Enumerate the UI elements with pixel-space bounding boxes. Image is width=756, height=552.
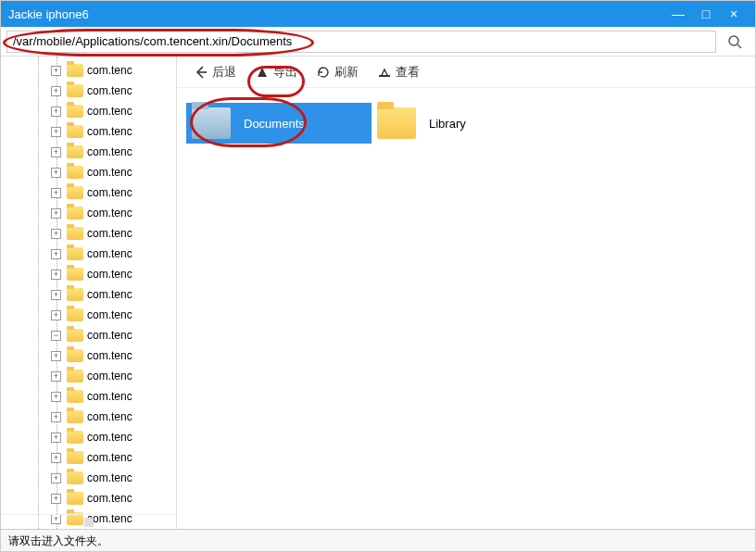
refresh-label: 刷新 xyxy=(334,64,359,81)
tree-item[interactable]: +com.tenc xyxy=(51,468,132,488)
folder-item-label: Library xyxy=(429,117,466,131)
expander-icon[interactable]: + xyxy=(51,249,61,259)
expander-icon[interactable]: + xyxy=(51,188,61,198)
arrow-left-icon xyxy=(194,65,208,80)
content-pane: 后退 导出 刷新 查看 DocumentsLibrary xyxy=(177,56,755,531)
expander-icon[interactable]: + xyxy=(51,371,61,382)
folder-icon xyxy=(67,431,83,444)
tree-item-label: com.tenc xyxy=(87,410,132,423)
tree-item-label: com.tenc xyxy=(87,268,132,281)
folder-icon xyxy=(67,166,83,179)
folder-icon xyxy=(67,288,83,301)
expander-icon[interactable]: + xyxy=(51,473,61,483)
tree-item[interactable]: +com.tenc xyxy=(51,101,132,121)
view-label: 查看 xyxy=(396,64,420,81)
folder-icon xyxy=(67,125,83,138)
tree-sidebar[interactable]: +com.tenc+com.tenc+com.tenc+com.tenc+com… xyxy=(1,56,177,531)
tree-item[interactable]: +com.tenc xyxy=(51,305,132,325)
folder-icon xyxy=(67,227,83,240)
folder-item[interactable]: Library xyxy=(372,103,557,144)
tree-item-label: com.tenc xyxy=(87,471,132,484)
tree-item-label: com.tenc xyxy=(87,145,132,158)
close-button[interactable]: × xyxy=(720,6,748,21)
expander-icon[interactable]: + xyxy=(51,86,61,96)
folder-icon xyxy=(67,247,83,260)
folder-icon xyxy=(192,107,231,139)
maximize-button[interactable]: □ xyxy=(692,6,720,21)
folder-icon xyxy=(67,390,83,403)
folder-icon xyxy=(67,145,83,158)
tree-item-label: com.tenc xyxy=(87,186,132,199)
path-input[interactable] xyxy=(6,31,716,53)
tree-item[interactable]: +com.tenc xyxy=(51,427,132,447)
expander-icon[interactable]: + xyxy=(51,290,61,300)
expander-icon[interactable]: + xyxy=(51,147,61,157)
back-button[interactable]: 后退 xyxy=(186,60,244,84)
tree-item-label: com.tenc xyxy=(87,349,132,362)
folder-item[interactable]: Documents xyxy=(186,103,372,144)
tree-item[interactable]: +com.tenc xyxy=(51,142,132,162)
folder-icon xyxy=(67,451,83,464)
back-label: 后退 xyxy=(212,64,236,81)
refresh-button[interactable]: 刷新 xyxy=(309,60,366,84)
folder-icon xyxy=(67,410,83,423)
folder-icon xyxy=(67,84,83,97)
expander-icon[interactable]: + xyxy=(51,494,61,504)
tree-item[interactable]: +com.tenc xyxy=(51,284,132,305)
tree-item-label: com.tenc xyxy=(87,288,132,301)
expander-icon[interactable]: + xyxy=(51,392,61,402)
tree-item[interactable]: +com.tenc xyxy=(51,182,132,203)
search-button[interactable] xyxy=(720,31,750,53)
view-icon xyxy=(377,65,392,80)
folder-icon xyxy=(67,308,83,321)
export-button[interactable]: 导出 xyxy=(247,60,305,84)
folder-icon xyxy=(67,492,83,505)
tree-item[interactable]: +com.tenc xyxy=(51,264,132,284)
tree-item[interactable]: +com.tenc xyxy=(51,345,132,366)
tree-item[interactable]: +com.tenc xyxy=(51,162,132,182)
folder-icon xyxy=(67,471,83,484)
tree-item[interactable]: +com.tenc xyxy=(51,488,132,508)
tree-item-label: com.tenc xyxy=(87,64,132,77)
folder-item-label: Documents xyxy=(244,117,305,131)
tree-item[interactable]: +com.tenc xyxy=(51,223,132,244)
tree-item[interactable]: +com.tenc xyxy=(51,60,132,81)
folder-icon xyxy=(377,107,416,139)
expander-icon[interactable]: + xyxy=(51,433,61,443)
expander-icon[interactable]: + xyxy=(51,66,61,76)
tree-item[interactable]: +com.tenc xyxy=(51,244,132,264)
expander-icon[interactable]: + xyxy=(51,310,61,320)
expander-icon[interactable]: + xyxy=(51,168,61,178)
folder-view[interactable]: DocumentsLibrary xyxy=(177,88,755,531)
tree-item-label: com.tenc xyxy=(87,390,132,403)
status-bar: 请双击进入文件夹。 xyxy=(1,529,755,551)
minimize-button[interactable]: — xyxy=(664,6,692,21)
tree-item[interactable]: +com.tenc xyxy=(51,407,132,427)
tree-item-label: com.tenc xyxy=(87,247,132,260)
tree-item[interactable]: +com.tenc xyxy=(51,366,132,386)
tree-item[interactable]: +com.tenc xyxy=(51,447,132,468)
tree-item-label: com.tenc xyxy=(87,84,132,97)
tree-item[interactable]: +com.tenc xyxy=(51,386,132,407)
tree-item-label: com.tenc xyxy=(87,125,132,138)
svg-point-0 xyxy=(729,36,738,45)
expander-icon[interactable]: + xyxy=(51,208,61,219)
tree-item[interactable]: −com.tenc xyxy=(51,325,132,345)
expander-icon[interactable]: + xyxy=(51,453,61,463)
expander-icon[interactable]: − xyxy=(51,331,61,341)
expander-icon[interactable]: + xyxy=(51,127,61,137)
expander-icon[interactable]: + xyxy=(51,270,61,280)
svg-line-1 xyxy=(737,44,741,48)
tree-scrollbar[interactable] xyxy=(1,514,177,529)
view-button[interactable]: 查看 xyxy=(370,60,427,84)
folder-icon xyxy=(67,268,83,281)
expander-icon[interactable]: + xyxy=(51,107,61,117)
svg-rect-3 xyxy=(379,75,390,77)
tree-item[interactable]: +com.tenc xyxy=(51,121,132,142)
expander-icon[interactable]: + xyxy=(51,229,61,239)
tree-item[interactable]: +com.tenc xyxy=(51,203,132,223)
tree-item-label: com.tenc xyxy=(87,329,132,342)
expander-icon[interactable]: + xyxy=(51,351,61,361)
tree-item[interactable]: +com.tenc xyxy=(51,81,132,101)
expander-icon[interactable]: + xyxy=(51,412,61,422)
